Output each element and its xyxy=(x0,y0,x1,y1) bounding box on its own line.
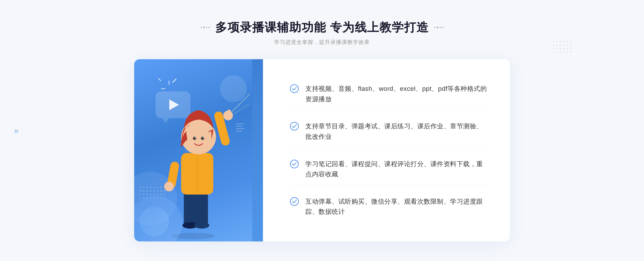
svg-point-19 xyxy=(290,160,298,168)
svg-point-11 xyxy=(193,137,196,140)
svg-rect-2 xyxy=(196,191,208,225)
feature-item-2: 支持章节目录、弹题考试、课后练习、课后作业、章节测验、批改作业 xyxy=(290,116,488,147)
sidebar-accent xyxy=(252,59,263,241)
decorator-left xyxy=(201,27,210,28)
sub-title: 学习进度全掌握，提升录播课教学效果 xyxy=(201,39,443,46)
header-section: 多项录播课辅助功能 专为线上教学打造 学习进度全掌握，提升录播课教学效果 xyxy=(201,20,443,46)
content-area: 支持视频、音频、flash、word、excel、ppt、pdf等各种格式的资源… xyxy=(134,59,510,241)
chevron-left-icon: » xyxy=(14,126,19,136)
decorator-right xyxy=(434,27,443,28)
check-circle-icon-3 xyxy=(290,159,299,169)
svg-point-18 xyxy=(290,122,298,130)
svg-rect-1 xyxy=(184,191,196,225)
illustration-panel xyxy=(134,59,263,241)
header-decorators: 多项录播课辅助功能 专为线上教学打造 xyxy=(201,20,443,35)
main-title: 多项录播课辅助功能 专为线上教学打造 xyxy=(215,20,429,35)
feature-item-1: 支持视频、音频、flash、word、excel、ppt、pdf等各种格式的资源… xyxy=(290,78,488,110)
dot-pattern-right xyxy=(553,41,572,53)
svg-point-14 xyxy=(203,137,204,138)
svg-point-20 xyxy=(290,197,298,206)
check-circle-icon-4 xyxy=(290,197,299,206)
feature-item-4: 互动弹幕、试听购买、微信分享、观看次数限制、学习进度跟踪、数据统计 xyxy=(290,191,488,222)
check-circle-icon-2 xyxy=(290,122,299,131)
light-ray-3 xyxy=(158,78,161,81)
svg-point-12 xyxy=(201,137,204,140)
feature-item-3: 学习笔记回看、课程提问、课程评论打分、课件资料下载，重点内容收藏 xyxy=(290,154,488,185)
feature-text-2: 支持章节目录、弹题考试、课后练习、课后作业、章节测验、批改作业 xyxy=(305,121,488,142)
outside-circle-2 xyxy=(140,207,169,236)
svg-point-17 xyxy=(290,85,298,93)
check-circle-icon-1 xyxy=(290,84,299,93)
feature-text-1: 支持视频、音频、flash、word、excel、ppt、pdf等各种格式的资源… xyxy=(305,84,488,104)
feature-text-3: 学习笔记回看、课程提问、课程评论打分、课件资料下载，重点内容收藏 xyxy=(305,159,488,180)
feature-text-4: 互动弹幕、试听购买、微信分享、观看次数限制、学习进度跟踪、数据统计 xyxy=(305,196,488,217)
svg-point-9 xyxy=(164,182,174,191)
svg-point-13 xyxy=(195,137,196,138)
right-panel: 支持视频、音频、flash、word、excel、ppt、pdf等各种格式的资源… xyxy=(263,59,510,241)
page-container: » 多项录播课辅助功能 专为线上教学打造 学习进度全掌握，提升录播课教学效果 xyxy=(0,9,644,252)
svg-point-4 xyxy=(194,222,209,229)
